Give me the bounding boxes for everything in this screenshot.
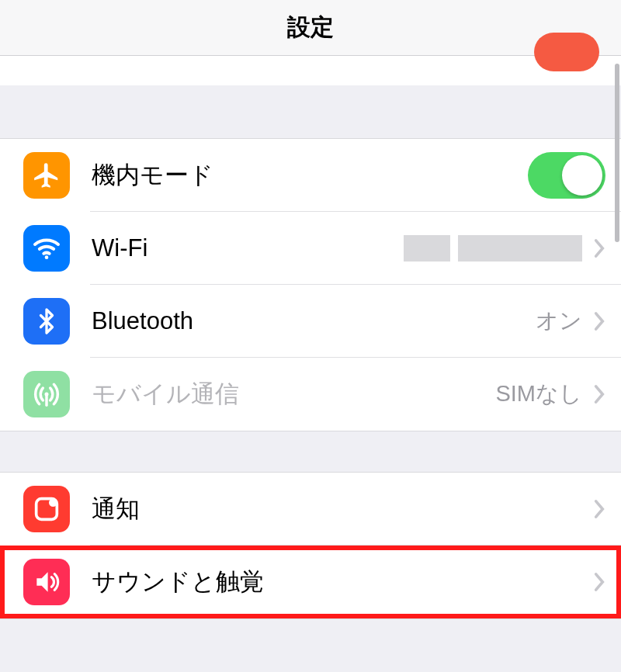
cellular-value: SIMなし (495, 379, 582, 410)
group-separator (0, 85, 621, 138)
svg-point-0 (45, 255, 49, 259)
sound-icon (23, 559, 70, 605)
airplane-icon (23, 152, 70, 199)
cellular-icon (23, 371, 70, 417)
bluetooth-value: オン (536, 306, 582, 337)
chevron-right-icon (593, 572, 605, 592)
wifi-icon (23, 225, 70, 272)
wifi-value-redacted (404, 235, 582, 262)
row-bluetooth[interactable]: Bluetooth オン (0, 285, 621, 358)
notifications-icon (23, 486, 70, 532)
scrollbar[interactable] (615, 64, 619, 242)
row-notifications[interactable]: 通知 (0, 473, 621, 546)
group-separator (0, 431, 621, 472)
toggle-knob (562, 155, 602, 196)
settings-group-connectivity: 機内モード Wi-Fi Bluetooth オン モバイル (0, 138, 621, 431)
chevron-right-icon (593, 384, 605, 404)
bluetooth-label: Bluetooth (92, 307, 536, 335)
partial-toggle-icon (534, 33, 599, 71)
chevron-right-icon (593, 238, 605, 258)
row-cellular[interactable]: モバイル通信 SIMなし (0, 358, 621, 431)
sounds-label: サウンドと触覚 (92, 566, 593, 598)
row-airplane-mode[interactable]: 機内モード (0, 139, 621, 212)
settings-group-system: 通知 サウンドと触覚 (0, 472, 621, 619)
svg-point-3 (49, 498, 57, 507)
airplane-label: 機内モード (92, 159, 528, 192)
notifications-label: 通知 (92, 493, 593, 525)
wifi-label: Wi-Fi (92, 234, 404, 262)
partial-previous-row (0, 56, 621, 85)
header: 設定 (0, 0, 621, 56)
bluetooth-icon (23, 298, 70, 345)
row-wifi[interactable]: Wi-Fi (0, 212, 621, 285)
cellular-label: モバイル通信 (92, 378, 495, 410)
row-sounds-haptics[interactable]: サウンドと触覚 (0, 546, 621, 618)
chevron-right-icon (593, 499, 605, 519)
page-title: 設定 (287, 12, 334, 43)
airplane-toggle[interactable] (528, 152, 605, 199)
chevron-right-icon (593, 311, 605, 331)
